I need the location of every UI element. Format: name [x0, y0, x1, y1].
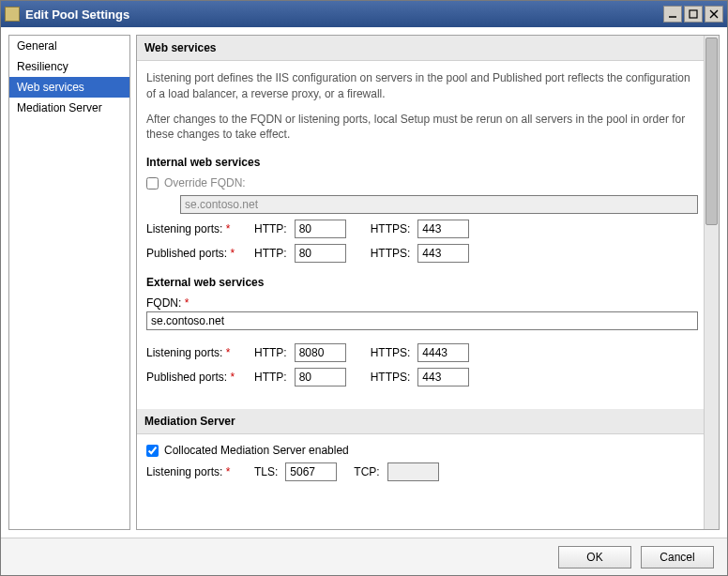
http-label: HTTP:	[254, 247, 287, 260]
sidebar-item-mediation-server[interactable]: Mediation Server	[9, 98, 129, 118]
http-label: HTTP:	[254, 222, 287, 235]
internal-fqdn-input	[180, 195, 698, 214]
scrollbar[interactable]	[704, 36, 719, 529]
sidebar-item-resiliency[interactable]: Resiliency	[9, 56, 129, 77]
external-fqdn-label: FQDN: *	[146, 296, 189, 310]
svg-rect-1	[690, 10, 697, 18]
external-fqdn-input[interactable]	[146, 311, 698, 330]
external-header: External web services	[146, 276, 698, 289]
external-listen-https-input[interactable]	[417, 343, 469, 362]
internal-listen-http-input[interactable]	[295, 220, 346, 238]
web-services-header-label: Web services	[144, 41, 217, 54]
sidebar: General Resiliency Web services Mediatio…	[8, 35, 130, 530]
tcp-label: TCP:	[354, 465, 379, 478]
app-icon	[5, 7, 20, 22]
description-2: After changes to the FQDN or listening p…	[146, 112, 698, 144]
external-listen-http-input[interactable]	[295, 343, 346, 362]
window-buttons	[663, 6, 723, 23]
internal-listen-https-input[interactable]	[417, 220, 469, 238]
mediation-tls-input[interactable]	[285, 462, 337, 481]
internal-pub-https-input[interactable]	[417, 244, 469, 263]
web-services-header[interactable]: Web services ▴	[137, 36, 719, 61]
ok-button[interactable]: OK	[558, 546, 631, 568]
mediation-header[interactable]: Mediation Server ▴	[137, 409, 719, 434]
mediation-header-label: Mediation Server	[144, 415, 235, 428]
http-label: HTTP:	[254, 346, 287, 359]
internal-listening-label: Listening ports: *	[146, 222, 245, 235]
mediation-listening-label: Listening ports: *	[146, 465, 245, 478]
sidebar-item-general[interactable]: General	[9, 36, 129, 56]
override-fqdn-label: Override FQDN:	[164, 176, 246, 189]
internal-pub-http-input[interactable]	[295, 244, 346, 263]
external-published-label: Published ports: *	[146, 371, 245, 384]
http-label: HTTP:	[254, 371, 287, 384]
override-fqdn-checkbox[interactable]	[146, 177, 159, 189]
https-label: HTTPS:	[371, 247, 411, 260]
internal-published-label: Published ports: *	[146, 247, 245, 260]
maximize-button[interactable]	[684, 6, 703, 23]
edit-pool-settings-window: Edit Pool Settings General Resiliency We…	[0, 0, 728, 576]
footer: OK Cancel	[1, 538, 727, 575]
cancel-button[interactable]: Cancel	[641, 546, 714, 568]
window-title: Edit Pool Settings	[25, 8, 663, 22]
https-label: HTTPS:	[371, 222, 411, 235]
mediation-tcp-input	[387, 462, 439, 481]
titlebar: Edit Pool Settings	[1, 1, 727, 27]
collocated-checkbox[interactable]	[146, 445, 159, 457]
minimize-button[interactable]	[663, 6, 682, 23]
external-pub-http-input[interactable]	[295, 368, 346, 387]
sidebar-item-web-services[interactable]: Web services	[9, 77, 129, 98]
scrollbar-thumb[interactable]	[705, 38, 718, 225]
external-pub-https-input[interactable]	[417, 368, 469, 387]
internal-header: Internal web services	[146, 156, 698, 169]
main-panel: Web services ▴ Listening port defines th…	[136, 35, 720, 530]
external-listening-label: Listening ports: *	[146, 346, 245, 359]
https-label: HTTPS:	[371, 371, 411, 384]
collocated-label: Collocated Mediation Server enabled	[164, 444, 349, 457]
tls-label: TLS:	[254, 465, 278, 478]
description-1: Listening port defines the IIS configura…	[146, 70, 698, 102]
body: General Resiliency Web services Mediatio…	[1, 27, 727, 538]
https-label: HTTPS:	[371, 346, 411, 359]
close-button[interactable]	[705, 6, 723, 23]
